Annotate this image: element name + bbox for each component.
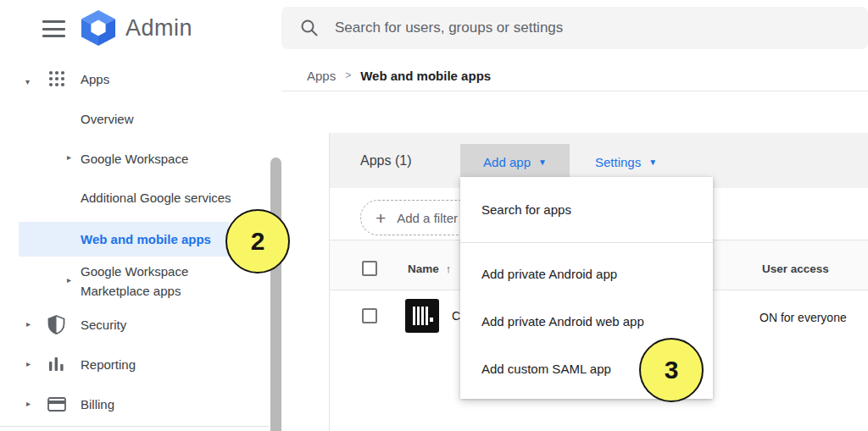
breadcrumb-separator-icon: > [345,69,351,81]
step-2-annotation: 2 [225,209,290,274]
credit-card-icon [47,397,66,412]
sidebar-item-billing[interactable]: Billing [81,397,114,412]
select-all-checkbox[interactable] [362,261,377,276]
column-header-name[interactable]: Name ↑ [408,261,451,276]
sidebar-item-additional-google-services[interactable]: Additional Google services [81,191,231,205]
chevron-right-icon[interactable]: ▸ [26,319,31,329]
step-3-annotation: 3 [639,338,704,402]
admin-logo-text: Admin [125,15,192,41]
sidebar-item-apps-label[interactable]: Apps [81,72,109,86]
chevron-right-icon[interactable]: ▸ [67,152,71,162]
app-tile-icon[interactable] [405,299,439,333]
menu-hamburger-icon[interactable] [42,20,65,37]
shield-icon [47,315,65,334]
breadcrumb-current: Web and mobile apps [360,69,491,83]
sort-ascending-icon: ↑ [446,262,452,275]
sidebar-item-apps[interactable]: ▾ [25,73,30,88]
sidebar-item-security[interactable]: Security [81,318,126,332]
admin-logo-icon [79,10,118,46]
admin-console-page: Admin Search for users, groups or settin… [0,0,868,431]
app-name-cell[interactable]: C [452,308,460,323]
sidebar-item-overview[interactable]: Overview [81,112,134,126]
sidebar-scrollbar[interactable] [270,157,281,431]
admin-logo[interactable]: Admin [79,10,192,46]
search-icon [300,19,319,37]
settings-button[interactable]: Settings ▼ [588,144,664,180]
sidebar-divider [0,426,269,427]
menu-spacer [460,243,713,250]
header-divider [281,91,868,91]
add-app-button-label: Add app [483,155,531,169]
apps-grid-icon [48,70,65,87]
chevron-right-icon[interactable]: ▸ [26,399,31,408]
dropdown-caret-icon: ▼ [538,157,547,167]
column-header-name-label: Name [408,262,439,275]
add-app-button[interactable]: Add app ▼ [460,144,570,180]
sidebar-item-web-and-mobile-apps[interactable]: Web and mobile apps [81,232,211,246]
apps-count-title: Apps (1) [360,133,411,188]
breadcrumb: Apps > Web and mobile apps [307,66,491,85]
chevron-right-icon[interactable]: ▸ [26,359,31,368]
user-access-cell: ON for everyone [760,310,847,325]
sidebar-item-marketplace-apps[interactable]: Google Workspace Marketplace apps [81,262,225,301]
chevron-right-icon[interactable]: ▸ [67,275,71,285]
menu-item-search-for-apps[interactable]: Search for apps [460,177,713,242]
menu-item-add-private-android-app[interactable]: Add private Android app [460,250,713,297]
settings-button-label: Settings [595,155,641,169]
breadcrumb-parent[interactable]: Apps [307,69,336,83]
row-checkbox[interactable] [362,308,377,323]
plus-icon: + [376,209,386,227]
add-filter-label: Add a filter [397,211,458,225]
sidebar-item-reporting[interactable]: Reporting [81,357,136,372]
chevron-down-icon: ▾ [25,77,30,86]
bar-chart-icon [48,356,64,372]
column-header-user-access[interactable]: User access [762,261,829,276]
sidebar-item-google-workspace[interactable]: Google Workspace [81,152,188,166]
dropdown-caret-icon: ▼ [648,157,657,167]
search-placeholder: Search for users, groups or settings [335,19,563,36]
search-input[interactable]: Search for users, groups or settings [281,7,868,49]
